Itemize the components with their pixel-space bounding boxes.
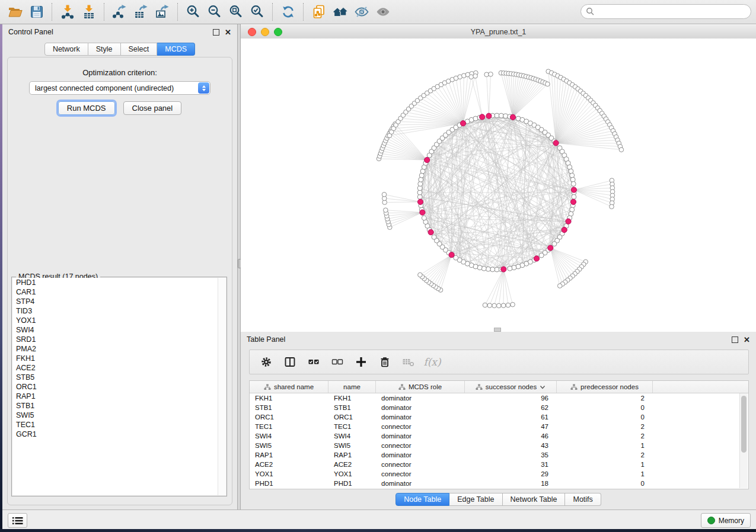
cell-shared_name[interactable]: PHD1 (250, 479, 328, 488)
mcds-result-item[interactable]: PHD1 (12, 278, 226, 287)
add-column-button[interactable] (354, 355, 368, 369)
horizontal-splitter-grip[interactable] (494, 328, 501, 332)
cell-shared_name[interactable]: TEC1 (250, 422, 328, 431)
export-network-button[interactable] (109, 2, 130, 21)
cell-successor[interactable]: 61 (465, 412, 557, 422)
zoom-out-button[interactable] (204, 2, 225, 21)
task-history-button[interactable] (8, 513, 27, 528)
mcds-result-item[interactable]: RAP1 (12, 392, 226, 401)
mcds-result-list[interactable]: PHD1CAR1STP4TID3YOX1SWI4SRD1PMA2FKH1ACE2… (12, 278, 226, 495)
cell-mcds_role[interactable]: dominator (376, 479, 465, 488)
cell-name[interactable]: STB1 (328, 403, 376, 412)
cell-successor[interactable]: 29 (465, 469, 557, 479)
cell-successor[interactable]: 47 (465, 422, 557, 431)
deselect-all-button[interactable] (330, 355, 344, 369)
cell-predecessor[interactable]: 2 (557, 450, 653, 460)
cell-predecessor[interactable]: 2 (557, 431, 653, 441)
cell-name[interactable]: SWI5 (328, 441, 376, 450)
mcds-result-item[interactable]: FKH1 (12, 354, 226, 363)
cell-successor[interactable]: 31 (465, 460, 557, 469)
tab-node-table[interactable]: Node Table (395, 493, 449, 506)
cell-predecessor[interactable]: 1 (557, 441, 653, 450)
cell-shared_name[interactable]: SWI4 (250, 431, 328, 441)
mcds-result-item[interactable]: STP4 (12, 297, 226, 306)
cell-name[interactable]: FKH1 (328, 393, 376, 403)
cell-predecessor[interactable]: 0 (557, 412, 653, 422)
new-network-from-selection-button[interactable] (308, 2, 330, 21)
column-header-name[interactable]: name (328, 381, 376, 393)
mcds-result-item[interactable]: TEC1 (12, 420, 226, 430)
cell-mcds_role[interactable]: dominator (376, 412, 465, 422)
cell-mcds_role[interactable]: connector (376, 469, 465, 479)
cell-shared_name[interactable]: ORC1 (250, 412, 328, 422)
cell-mcds_role[interactable]: connector (376, 422, 465, 431)
zoom-selected-button[interactable] (247, 2, 268, 21)
table-row[interactable]: YOX1YOX1connector291 (250, 469, 748, 479)
tab-mcds[interactable]: MCDS (157, 43, 195, 56)
table-row[interactable]: SWI5SWI5connector431 (250, 441, 748, 450)
open-file-button[interactable] (5, 2, 26, 21)
cell-predecessor[interactable]: 2 (557, 422, 653, 431)
mcds-result-item[interactable]: SRD1 (12, 335, 226, 344)
delete-table-button[interactable] (401, 355, 416, 369)
save-session-button[interactable] (26, 2, 47, 21)
cell-name[interactable]: TEC1 (328, 422, 376, 431)
table-row[interactable]: FKH1FKH1dominator962 (250, 393, 748, 403)
cell-predecessor[interactable]: 1 (557, 469, 653, 479)
cell-predecessor[interactable]: 0 (557, 403, 653, 412)
memory-button[interactable]: Memory (701, 513, 751, 528)
cell-mcds_role[interactable]: connector (376, 460, 465, 469)
tab-network[interactable]: Network (44, 43, 88, 56)
result-list-scrollbar[interactable] (218, 278, 226, 495)
cell-shared_name[interactable]: ACE2 (250, 460, 328, 469)
cell-shared_name[interactable]: YOX1 (250, 469, 328, 479)
export-table-button[interactable] (130, 2, 152, 21)
mcds-result-item[interactable]: SWI4 (12, 325, 226, 335)
import-table-button[interactable] (78, 2, 100, 21)
table-row[interactable]: STB1STB1dominator620 (250, 403, 748, 412)
close-panel-icon[interactable]: ✕ (744, 336, 750, 344)
close-panel-button[interactable]: Close panel (123, 101, 182, 115)
mcds-result-item[interactable]: YOX1 (12, 316, 226, 325)
table-row[interactable]: SWI4SWI4dominator462 (250, 431, 748, 441)
cell-successor[interactable]: 62 (465, 403, 557, 412)
hide-selected-button[interactable] (351, 2, 372, 21)
zoom-in-button[interactable] (183, 2, 204, 21)
cell-name[interactable]: ACE2 (328, 460, 376, 469)
tab-edge-table[interactable]: Edge Table (449, 493, 502, 506)
show-all-button[interactable] (372, 2, 394, 21)
cell-name[interactable]: SWI4 (328, 431, 376, 441)
cell-successor[interactable]: 96 (465, 393, 557, 403)
table-scrollbar[interactable] (739, 393, 748, 488)
table-row[interactable]: TEC1TEC1connector472 (250, 422, 748, 431)
cell-shared_name[interactable]: RAP1 (250, 450, 328, 460)
cell-name[interactable]: PHD1 (328, 479, 376, 488)
refresh-layout-button[interactable] (277, 2, 299, 21)
column-header-successor[interactable]: successor nodes (465, 381, 557, 393)
cell-mcds_role[interactable]: dominator (376, 393, 465, 403)
cell-mcds_role[interactable]: dominator (376, 431, 465, 441)
cell-name[interactable]: RAP1 (328, 450, 376, 460)
column-visibility-button[interactable] (283, 355, 297, 369)
network-window-titlebar[interactable]: YPA_prune.txt_1 (241, 25, 756, 39)
float-panel-icon[interactable] (213, 29, 219, 36)
select-all-button[interactable] (307, 355, 321, 369)
cell-shared_name[interactable]: STB1 (250, 403, 328, 412)
search-input[interactable] (580, 4, 751, 19)
cell-mcds_role[interactable]: dominator (376, 450, 465, 460)
optimization-criterion-select[interactable]: largest connected component (undirected) (29, 81, 210, 95)
cell-shared_name[interactable]: SWI5 (250, 441, 328, 450)
delete-button[interactable] (378, 355, 392, 369)
tab-select[interactable]: Select (121, 43, 158, 56)
cell-successor[interactable]: 46 (465, 431, 557, 441)
float-panel-icon[interactable] (732, 336, 738, 343)
cell-predecessor[interactable]: 1 (557, 460, 653, 469)
cell-mcds_role[interactable]: connector (376, 441, 465, 450)
cell-mcds_role[interactable]: dominator (376, 403, 465, 412)
mcds-result-item[interactable]: CAR1 (12, 287, 226, 297)
tab-motifs[interactable]: Motifs (565, 493, 601, 506)
first-neighbors-button[interactable] (330, 2, 351, 21)
column-header-mcds_role[interactable]: MCDS role (376, 381, 465, 393)
tab-style[interactable]: Style (88, 43, 121, 56)
gear-button[interactable] (259, 355, 273, 369)
